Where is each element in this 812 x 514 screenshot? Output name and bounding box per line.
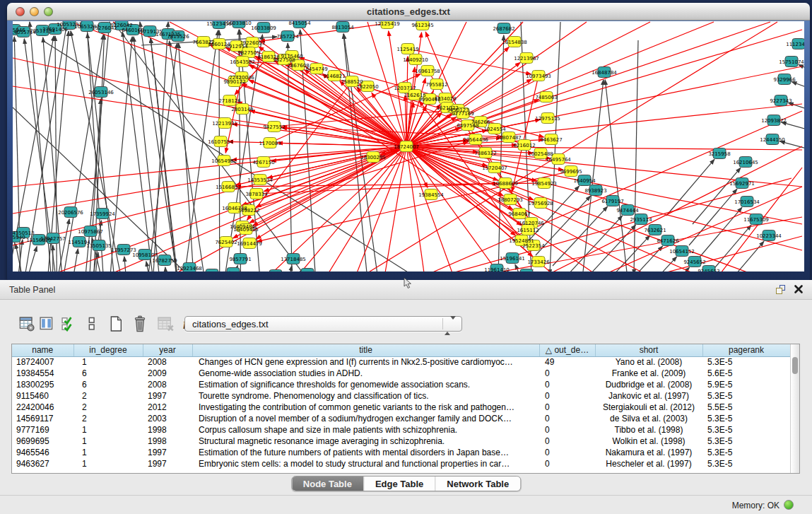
select-attributes-button[interactable] (57, 315, 80, 333)
graph-node-label: 2803144 (231, 107, 254, 112)
memory-status-label: Memory: OK (732, 501, 779, 510)
table-cell: Disruption of a novel member of a sodium… (192, 413, 539, 424)
tab-node-table[interactable]: Node Table (292, 477, 363, 491)
table-cell: 2008 (143, 379, 192, 390)
column-header-in-degree[interactable]: in_degree (73, 344, 143, 356)
graph-node-label: 7625402 (215, 240, 237, 245)
graph-node-label: 12923468 (177, 266, 202, 271)
network-canvas[interactable]: 3915946140557142053113437691406100532371… (13, 21, 804, 271)
column-selector-button[interactable] (36, 315, 57, 333)
graph-node-label: 12125419 (375, 21, 400, 27)
graph-node-label: 12444150 (760, 137, 785, 143)
table-cell: Corpus callosum shape and size in male p… (192, 424, 539, 436)
table-cell: 0 (539, 413, 595, 424)
graph-edge (13, 146, 406, 214)
graph-node-label: 7955812 (425, 82, 447, 88)
graph-node-label: 1615112 (517, 228, 539, 233)
table-cell: 1 (73, 447, 143, 458)
memory-status-indicator[interactable] (784, 500, 794, 510)
window-titlebar[interactable]: citations_edges.txt (7, 3, 810, 21)
table-cell: 18300295 (12, 379, 73, 390)
graph-node-label: 9777169 (452, 111, 473, 117)
table-cell: 9463627 (12, 458, 73, 469)
table-cell: 0 (539, 379, 595, 390)
graph-node-label: 7485063 (535, 95, 557, 100)
desktop-background: citations_edges.txt 39159461405571420531… (0, 0, 812, 280)
table-toolbar: f(x) (18, 314, 203, 334)
graph-node-label: 1203717 (394, 86, 416, 91)
graph-node[interactable] (206, 269, 218, 272)
table-cell: 1997 (143, 458, 192, 469)
table-header-row: name in_degree year title △ out_de… shor… (12, 344, 790, 356)
column-header-title[interactable]: title (192, 344, 539, 356)
table-row[interactable]: 946554611997Estimation of the future num… (12, 447, 790, 458)
graph-edge (622, 257, 677, 271)
table-row[interactable]: 2242004622012Investigating the contribut… (12, 402, 790, 413)
network-selector-dropdown[interactable]: citations_edges.txt (184, 316, 462, 332)
table-row[interactable]: 1938455462009Genome-wide association stu… (12, 368, 790, 379)
delete-table-button[interactable] (152, 315, 179, 333)
table-mode-button[interactable] (80, 315, 104, 333)
table-row[interactable]: 946362711997Embryonic stem cells: a mode… (12, 458, 790, 469)
graph-node-label: 1733426 (527, 259, 550, 265)
table-cell: 0 (539, 424, 595, 436)
graph-edge (689, 189, 737, 245)
graph-edge (431, 111, 802, 271)
table-cell: 1 (73, 458, 143, 469)
graph-node-label: 8454749 (305, 66, 327, 72)
graph-node-label: 8938923 (584, 188, 606, 194)
network-graph: 3915946140557142053113437691406100532371… (13, 21, 804, 271)
table-panel: Table Panel (0, 280, 812, 514)
graph-node-label: 16107554 (208, 139, 233, 145)
graph-node-label: 11675309 (743, 217, 769, 223)
close-panel-icon[interactable] (794, 284, 804, 294)
table-row[interactable]: 969969511998Structural magnetic resonanc… (12, 436, 790, 447)
table-cell: Dudbridge et al. (2008) (595, 379, 702, 390)
table-settings-button[interactable] (18, 315, 36, 333)
table-vertical-scrollbar[interactable] (790, 344, 799, 473)
column-header-name[interactable]: name (12, 344, 73, 356)
tab-edge-table[interactable]: Edge Table (363, 477, 435, 491)
column-header-pagerank[interactable]: pagerank (702, 344, 790, 356)
scrollbar-thumb[interactable] (792, 357, 798, 374)
column-header-year[interactable]: year (143, 344, 192, 356)
delete-column-button[interactable] (128, 315, 152, 333)
graph-node-label: 18807293 (498, 197, 523, 203)
table-cell: Stergiakouli et al. (2012) (595, 402, 702, 413)
table-cell: 1 (73, 436, 143, 447)
column-header-out-degree[interactable]: △ out_de… (539, 344, 595, 356)
column-header-short[interactable]: short (595, 344, 702, 356)
graph-node-label: 9427552 (263, 124, 285, 130)
float-panel-icon[interactable] (776, 285, 787, 295)
graph-node-label: 19854923 (531, 181, 557, 187)
table-cell: 9777169 (12, 424, 73, 436)
graph-node-label: 19384554 (418, 192, 444, 198)
graph-node-label: 8471626 (657, 238, 679, 244)
table-cell: Yano et al. (2008) (595, 356, 702, 368)
graph-node-label: 18724007 (394, 144, 419, 150)
graph-node[interactable] (520, 269, 533, 272)
table-cell: Nakamura et al. (1997) (595, 447, 702, 458)
graph-node[interactable] (269, 270, 282, 272)
tab-network-table[interactable]: Network Table (435, 477, 520, 491)
graph-edge (792, 82, 804, 92)
graph-node-label: 10973493 (526, 74, 551, 79)
graph-node-label: 3498222 (237, 208, 259, 214)
table-row[interactable]: 911546021997Tourette syndrome. Phenomeno… (12, 390, 790, 402)
graph-node-label: 7857224 (276, 34, 299, 40)
table-row[interactable]: 1456911722003Disruption of a novel membe… (12, 413, 790, 424)
table-row[interactable]: 1872400712008Changes of HCN gene express… (12, 356, 790, 368)
table-cell: Investigating the contribution of common… (192, 402, 539, 413)
create-column-button[interactable] (104, 315, 128, 333)
network-view-window[interactable]: citations_edges.txt 39159461405571420531… (7, 3, 810, 280)
table-row[interactable]: 1830029562008Estimation of significance … (12, 379, 790, 390)
table-row[interactable]: 977716911998Corpus callosum shape and si… (12, 424, 790, 436)
graph-node-label: 9474444 (616, 208, 639, 214)
delete-table-disabled-icon (157, 316, 174, 332)
table-cell: de Silva et al. (2003) (595, 413, 702, 424)
graph-node-label: 9699695 (560, 169, 582, 175)
table-cell: 1998 (143, 436, 192, 447)
graph-node-label: 9463627 (540, 137, 562, 143)
graph-node-label: 9227343 (770, 98, 792, 104)
graph-node-label: 10958107 (132, 252, 158, 258)
